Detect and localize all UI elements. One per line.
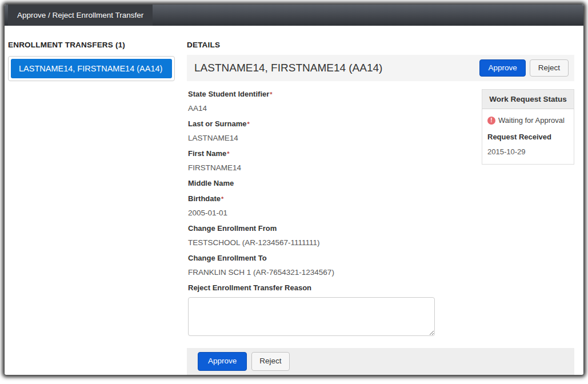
field-value: FRANKLIN SCH 1 (AR-7654321-1234567) — [188, 267, 470, 278]
field-value: TESTSCHOOL (AR-1234567-1111111) — [188, 238, 470, 248]
reject-reason-textarea[interactable] — [188, 297, 435, 336]
field-value: LASTNAME14 — [188, 133, 470, 143]
required-marker: * — [221, 195, 223, 202]
field-label-text: Reject Enrollment Transfer Reason — [188, 283, 311, 292]
details-section-title: DETAILS — [187, 41, 574, 49]
field-label: Reject Enrollment Transfer Reason — [188, 283, 470, 293]
request-received-date: 2015-10-29 — [487, 147, 569, 156]
field-list: State Student Identifier* AA14 Last or S… — [187, 81, 482, 341]
transfer-list: LASTNAME14, FIRSTNAME14 (AA14) — [8, 56, 175, 81]
transfer-list-item[interactable]: LASTNAME14, FIRSTNAME14 (AA14) — [11, 59, 172, 78]
field-change-enrollment-from: Change Enrollment From TESTSCHOOL (AR-12… — [188, 223, 470, 248]
reject-button-bottom[interactable]: Reject — [251, 352, 289, 371]
field-label-text: Change Enrollment To — [188, 254, 267, 262]
required-marker: * — [270, 91, 272, 98]
sidebar-title: ENROLLMENT TRANSFERS (1) — [8, 41, 175, 49]
field-birthdate: Birthdate* 2005-01-01 — [188, 194, 470, 218]
content-area: ENROLLMENT TRANSFERS (1) LASTNAME14, FIR… — [5, 26, 583, 375]
field-first-name: First Name* FIRSTNAME14 — [188, 149, 470, 173]
required-marker: * — [247, 121, 250, 127]
field-middle-name: Middle Name — [188, 178, 470, 189]
field-label: First Name* — [188, 149, 470, 159]
field-state-student-identifier: State Student Identifier* AA14 — [188, 89, 470, 114]
record-header: LASTNAME14, FIRSTNAME14 (AA14) Approve R… — [187, 55, 574, 81]
approve-button-top[interactable]: Approve — [479, 59, 525, 77]
field-label-text: Middle Name — [188, 179, 234, 187]
request-received-label: Request Received — [487, 133, 569, 141]
details-section: DETAILS LASTNAME14, FIRSTNAME14 (AA14) A… — [187, 41, 574, 375]
field-value: FIRSTNAME14 — [188, 163, 470, 173]
field-label: Change Enrollment To — [188, 253, 470, 263]
status-panel-body: ! Waiting for Approval Request Received … — [482, 109, 574, 164]
work-request-status-panel: Work Request Status ! Waiting for Approv… — [482, 89, 574, 165]
record-body: State Student Identifier* AA14 Last or S… — [187, 81, 574, 341]
status-text: Waiting for Approval — [498, 116, 565, 125]
field-label: Change Enrollment From — [188, 223, 470, 234]
required-marker: * — [227, 150, 229, 157]
field-label-text: Birthdate — [188, 194, 221, 203]
field-label-text: State Student Identifier — [188, 90, 269, 98]
field-label-text: Last or Surname — [188, 119, 247, 128]
field-label: Last or Surname* — [188, 119, 470, 129]
field-label-text: First Name — [188, 149, 226, 158]
field-label-text: Change Enrollment From — [188, 224, 277, 233]
exclamation-circle-icon: ! — [487, 117, 495, 125]
field-label: Middle Name — [188, 178, 470, 189]
reject-button-top[interactable]: Reject — [530, 59, 569, 77]
field-change-enrollment-to: Change Enrollment To FRANKLIN SCH 1 (AR-… — [188, 253, 470, 278]
status-row: ! Waiting for Approval — [487, 116, 569, 125]
field-value: AA14 — [188, 103, 470, 114]
tab-approve-reject-enrollment-transfer[interactable]: Approve / Reject Enrollment Transfer — [8, 5, 153, 26]
status-panel-title: Work Request Status — [482, 90, 574, 109]
enrollment-transfers-sidebar: ENROLLMENT TRANSFERS (1) LASTNAME14, FIR… — [8, 41, 175, 375]
footer-action-bar: Approve Reject — [187, 348, 574, 375]
record-title: LASTNAME14, FIRSTNAME14 (AA14) — [194, 62, 479, 74]
top-navigation-bar: Approve / Reject Enrollment Transfer — [5, 5, 583, 26]
field-label: Birthdate* — [188, 194, 470, 204]
header-buttons: Approve Reject — [479, 59, 569, 77]
field-label: State Student Identifier* — [188, 89, 470, 99]
app-window: Approve / Reject Enrollment Transfer ENR… — [5, 5, 583, 375]
field-reject-reason: Reject Enrollment Transfer Reason — [188, 283, 470, 336]
field-value: 2005-01-01 — [188, 208, 470, 218]
approve-button-bottom[interactable]: Approve — [198, 352, 247, 371]
field-last-or-surname: Last or Surname* LASTNAME14 — [188, 119, 470, 143]
